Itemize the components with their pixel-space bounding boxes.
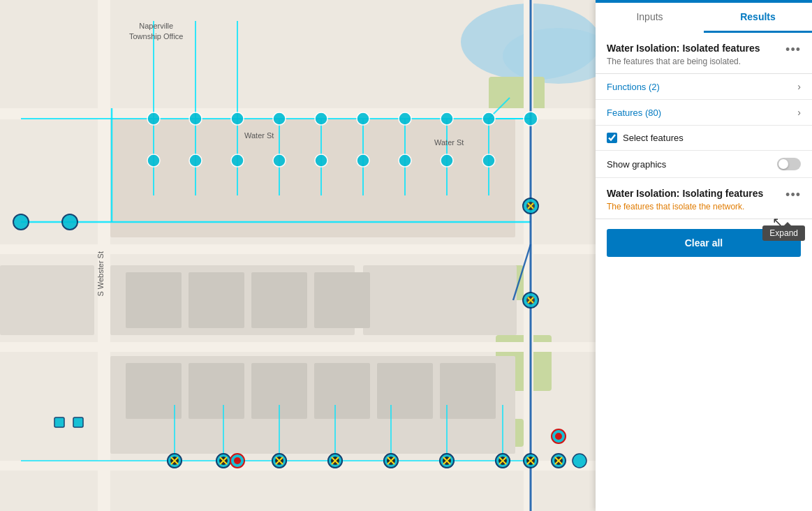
- svg-line-115: [499, 457, 506, 464]
- tab-bar: Inputs Results: [596, 3, 812, 33]
- svg-rect-14: [0, 265, 94, 335]
- features-label: Features (80): [607, 108, 661, 118]
- results-panel: Inputs Results Water Isolation: Isolated…: [596, 0, 812, 511]
- svg-point-53: [189, 112, 202, 125]
- isolated-features-section: Water Isolation: Isolated features The f…: [596, 33, 812, 74]
- webster-st-label: S Webster St: [96, 251, 105, 297]
- svg-point-76: [526, 296, 535, 304]
- svg-line-103: [332, 457, 339, 464]
- svg-point-57: [357, 112, 369, 125]
- svg-point-110: [443, 457, 451, 465]
- svg-point-52: [147, 112, 160, 125]
- svg-point-80: [216, 454, 230, 468]
- svg-rect-13: [110, 119, 515, 237]
- svg-line-124: [555, 457, 562, 464]
- functions-row[interactable]: Functions (2) ›: [596, 74, 812, 100]
- svg-point-98: [275, 457, 283, 465]
- svg-point-105: [384, 454, 398, 468]
- svg-rect-11: [98, 0, 110, 511]
- svg-line-74: [528, 203, 533, 209]
- svg-rect-0: [0, 0, 596, 511]
- svg-rect-7: [0, 108, 596, 119]
- svg-rect-25: [314, 363, 370, 419]
- svg-rect-21: [314, 272, 370, 328]
- svg-point-70: [482, 154, 495, 167]
- svg-point-117: [524, 454, 538, 468]
- svg-point-1: [461, 3, 596, 80]
- svg-rect-15: [110, 265, 355, 335]
- svg-point-88: [170, 457, 179, 465]
- svg-line-104: [332, 457, 339, 464]
- svg-point-71: [523, 198, 538, 214]
- svg-point-97: [272, 454, 286, 468]
- svg-rect-22: [126, 363, 182, 419]
- svg-point-64: [231, 154, 244, 167]
- svg-rect-10: [0, 461, 596, 471]
- svg-line-41: [489, 98, 510, 119]
- svg-point-83: [384, 454, 398, 468]
- svg-line-77: [528, 297, 533, 303]
- isolating-features-section: Water Isolation: Isolating features The …: [596, 178, 812, 219]
- svg-point-84: [440, 454, 454, 468]
- svg-point-63: [189, 154, 202, 167]
- svg-point-86: [573, 454, 586, 468]
- svg-line-111: [443, 457, 450, 464]
- naperville-label: NapervilleTownship Office: [129, 21, 183, 43]
- tab-results[interactable]: Results: [704, 3, 812, 33]
- isolated-features-subtitle: The features that are being isolated.: [607, 57, 801, 66]
- svg-point-69: [441, 154, 453, 167]
- svg-line-51: [513, 244, 531, 300]
- show-graphics-toggle[interactable]: [777, 158, 801, 170]
- svg-line-89: [171, 457, 178, 464]
- svg-point-62: [147, 154, 160, 167]
- svg-line-90: [171, 457, 178, 464]
- svg-point-122: [554, 457, 563, 465]
- water-st-label-1: Water St: [244, 131, 274, 140]
- isolating-features-menu[interactable]: •••: [785, 188, 801, 202]
- show-graphics-row: Show graphics: [596, 151, 812, 178]
- svg-rect-17: [110, 356, 515, 454]
- tab-inputs[interactable]: Inputs: [596, 3, 704, 33]
- svg-point-106: [387, 457, 395, 465]
- cursor-icon: ↖: [772, 214, 783, 230]
- svg-point-95: [230, 454, 244, 468]
- show-graphics-label: Show graphics: [607, 159, 666, 170]
- svg-point-113: [496, 454, 510, 468]
- svg-point-56: [315, 112, 327, 125]
- svg-line-99: [276, 457, 283, 464]
- svg-point-109: [440, 454, 454, 468]
- svg-point-60: [482, 112, 495, 125]
- svg-line-100: [276, 457, 283, 464]
- isolated-features-title: Water Isolation: Isolated features: [607, 43, 801, 54]
- svg-point-114: [499, 457, 507, 465]
- svg-line-93: [220, 457, 227, 464]
- svg-point-55: [273, 112, 286, 125]
- svg-rect-9: [0, 342, 596, 352]
- svg-point-101: [328, 454, 342, 468]
- svg-line-94: [220, 457, 227, 464]
- svg-point-126: [62, 214, 77, 230]
- svg-rect-19: [189, 272, 244, 328]
- svg-line-123: [555, 457, 562, 464]
- svg-point-65: [273, 154, 286, 167]
- svg-point-125: [13, 214, 29, 230]
- select-features-label: Select features: [623, 133, 684, 143]
- svg-rect-130: [54, 417, 64, 427]
- clear-all-button[interactable]: Clear all: [607, 229, 801, 257]
- svg-line-108: [387, 457, 394, 464]
- svg-rect-4: [482, 265, 524, 300]
- svg-point-121: [552, 454, 566, 468]
- svg-line-120: [527, 457, 534, 464]
- select-features-checkbox[interactable]: [607, 133, 617, 143]
- svg-rect-8: [0, 244, 596, 254]
- svg-point-54: [231, 112, 244, 125]
- svg-rect-3: [489, 77, 545, 119]
- svg-rect-20: [251, 272, 307, 328]
- svg-line-107: [387, 457, 394, 464]
- isolated-features-menu[interactable]: •••: [785, 43, 801, 57]
- svg-rect-6: [489, 419, 524, 447]
- features-row[interactable]: Features (80) ›: [596, 100, 812, 126]
- svg-point-75: [523, 292, 538, 308]
- svg-point-82: [328, 454, 342, 468]
- features-chevron: ›: [797, 107, 801, 118]
